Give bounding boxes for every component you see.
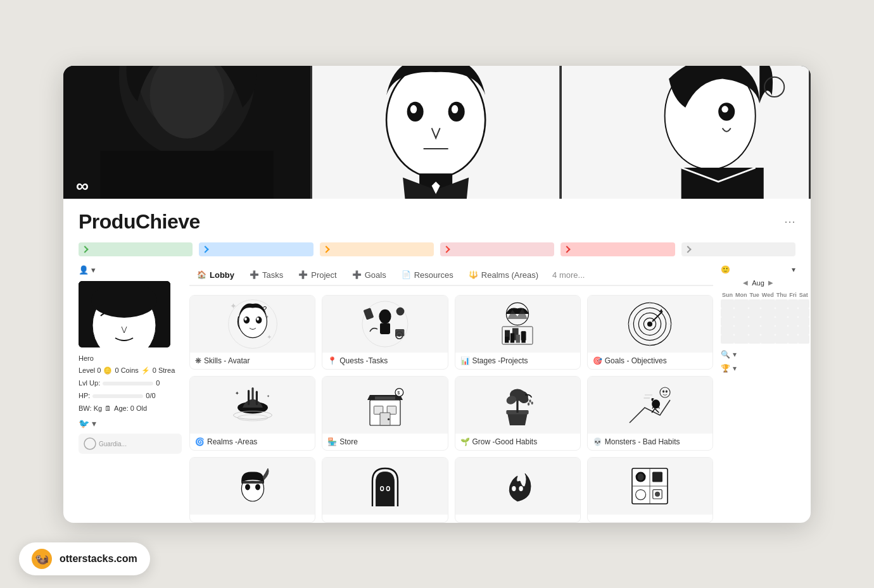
tab-lobby[interactable]: 🏠 Lobby — [189, 265, 242, 286]
rs-icon-search[interactable]: 🔍 ▾ — [721, 350, 795, 359]
svg-point-41 — [396, 307, 404, 315]
cal-cell-4-0[interactable] — [721, 335, 734, 344]
cal-cell-0-6[interactable] — [798, 299, 809, 308]
card-habits[interactable]: 🌱 Grow -Good Habits — [455, 376, 581, 451]
cal-cell-2-4[interactable] — [775, 317, 788, 326]
cal-cell-3-1[interactable] — [734, 326, 749, 335]
cal-next[interactable]: ▶ — [768, 279, 773, 286]
card-goals[interactable]: 🎯 Goals - Objectives — [587, 295, 713, 370]
card-monsters[interactable]: 💀 Monsters - Bad Habits — [587, 376, 713, 451]
char-streak: 0 Strea — [153, 365, 175, 377]
cal-cell-2-0[interactable] — [721, 317, 734, 326]
age-icon: 🗓 — [104, 403, 111, 415]
cal-cell-3-0[interactable] — [721, 326, 734, 335]
cal-cell-1-0[interactable] — [721, 308, 734, 317]
tab-realms[interactable]: 🔱 Realms (Areas) — [461, 265, 546, 286]
cal-cell-1-6[interactable] — [798, 308, 809, 317]
card-realms[interactable]: ✦ ✦ 🌀 Realms -Areas — [189, 376, 315, 451]
card-title-habits: Grow -Good Habits — [472, 437, 538, 446]
sidebar-dropdown-arrow[interactable]: ▾ — [91, 265, 96, 275]
svg-point-60 — [647, 322, 652, 327]
svg-rect-82 — [375, 396, 395, 399]
cal-cell-1-5[interactable] — [788, 308, 798, 317]
card-extra-1[interactable] — [189, 457, 315, 523]
cal-cell-3-2[interactable] — [749, 326, 761, 335]
cal-cell-2-1[interactable] — [734, 317, 749, 326]
card-extra-4[interactable] — [587, 457, 713, 523]
svg-point-38 — [379, 309, 391, 323]
cal-day-wed: Wed — [761, 291, 775, 299]
cal-cell-3-5[interactable] — [788, 326, 798, 335]
cal-cell-3-3[interactable] — [761, 326, 775, 335]
cal-cell-4-3[interactable] — [761, 335, 775, 344]
char-dropdown-arrow[interactable]: ▾ — [92, 418, 96, 428]
cal-cell-1-1[interactable] — [734, 308, 749, 317]
card-extra-2[interactable] — [322, 457, 448, 523]
svg-text:✦: ✦ — [267, 334, 272, 341]
rs-trophy-dropdown[interactable]: ▾ — [733, 364, 737, 373]
svg-point-28 — [255, 316, 262, 323]
rs-search-dropdown[interactable]: ▾ — [733, 350, 737, 359]
card-extra-3[interactable] — [455, 457, 581, 523]
cal-cell-0-0[interactable] — [721, 299, 734, 308]
user-icon: 👤 — [79, 265, 89, 275]
card-img-skills: ? ? ✦ ✦ — [190, 296, 315, 353]
cal-table: Sun Mon Tue Wed Thu Fri Sat — [721, 291, 809, 344]
cal-day-sat: Sat — [798, 291, 809, 299]
cal-cell-4-2[interactable] — [749, 335, 761, 344]
progress-bar-3[interactable] — [320, 242, 434, 256]
progress-bar-2[interactable] — [199, 242, 313, 256]
svg-rect-2 — [101, 151, 274, 199]
cal-cell-1-4[interactable] — [775, 308, 788, 317]
card-icon-realms: 🌀 — [195, 437, 205, 446]
cal-cell-1-3[interactable] — [761, 308, 775, 317]
left-sidebar: 👤 ▾ — [79, 265, 189, 523]
rs-dropdown-arrow[interactable]: ▾ — [792, 265, 795, 274]
cal-cell-4-1[interactable] — [734, 335, 749, 344]
progress-bar-5[interactable] — [560, 242, 674, 256]
svg-text:✦: ✦ — [230, 301, 237, 311]
cal-cell-1-2[interactable] — [749, 308, 761, 317]
card-stages[interactable]: 📊 Stages -Projects — [455, 295, 581, 370]
card-img-stages — [455, 296, 580, 353]
browser-window: ∞ ProduChieve ⋯ 👤 ▾ — [63, 66, 811, 523]
cal-cell-2-6[interactable] — [798, 317, 809, 326]
cal-prev[interactable]: ◀ — [743, 279, 748, 286]
cal-cell-0-4[interactable] — [775, 299, 788, 308]
tab-resources[interactable]: 📄 Resources — [394, 265, 461, 286]
cal-cell-0-5[interactable] — [788, 299, 798, 308]
tab-project-icon: ➕ — [298, 270, 308, 279]
card-label-extra-2 — [322, 515, 447, 522]
svg-point-100 — [666, 390, 668, 392]
tab-more[interactable]: 4 more... — [546, 265, 591, 285]
card-title-goals: Goals - Objectives — [605, 356, 667, 365]
progress-bar-4[interactable] — [440, 242, 554, 256]
card-skills-avatar[interactable]: ? ? ✦ ✦ ❋ Skills - Avatar — [189, 295, 315, 370]
cal-cell-0-3[interactable] — [761, 299, 775, 308]
tab-tasks[interactable]: ➕ Tasks — [242, 265, 291, 286]
progress-bar-1[interactable] — [79, 242, 193, 256]
tab-goals[interactable]: ➕ Goals — [345, 265, 394, 286]
cal-cell-4-4[interactable] — [775, 335, 788, 344]
cal-cell-2-2[interactable] — [749, 317, 761, 326]
cal-cell-4-5[interactable] — [788, 335, 798, 344]
card-icon-stages: 📊 — [460, 356, 470, 365]
progress-bar-6[interactable] — [681, 242, 795, 256]
cal-cell-4-6[interactable] — [798, 335, 809, 344]
rs-icon-trophy[interactable]: 🏆 ▾ — [721, 364, 795, 373]
tab-project[interactable]: ➕ Project — [291, 265, 344, 286]
cal-cell-3-6[interactable] — [798, 326, 809, 335]
card-quests[interactable]: 📍 Quests -Tasks — [322, 295, 448, 370]
cal-cell-2-3[interactable] — [761, 317, 775, 326]
progress-bars-row — [63, 234, 811, 265]
title-menu-icon[interactable]: ⋯ — [784, 215, 795, 228]
card-label-extra-3 — [455, 515, 580, 522]
cal-cell-2-5[interactable] — [788, 317, 798, 326]
card-store[interactable]: $ 🏪 Store — [322, 376, 448, 451]
cal-cell-0-2[interactable] — [749, 299, 761, 308]
cal-cell-0-1[interactable] — [734, 299, 749, 308]
svg-point-27 — [243, 316, 250, 323]
infinity-logo: ∞ — [76, 177, 101, 191]
cal-cell-3-4[interactable] — [775, 326, 788, 335]
hp-label: HP: — [79, 390, 90, 403]
